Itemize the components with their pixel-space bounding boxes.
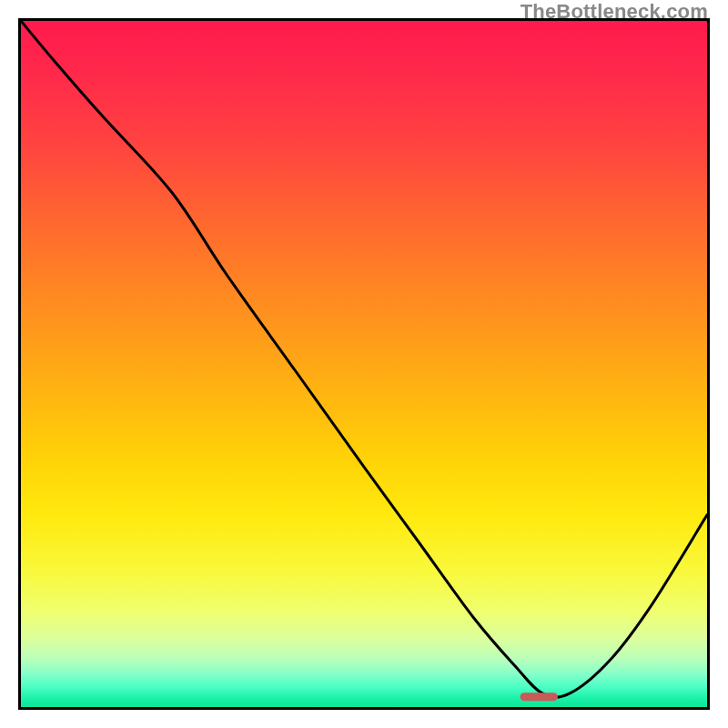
optimum-marker [521,693,559,701]
bottleneck-curve-path [21,21,707,697]
chart-svg [21,21,707,707]
chart-frame: TheBottleneck.com [0,0,728,728]
plot-area [18,18,710,710]
